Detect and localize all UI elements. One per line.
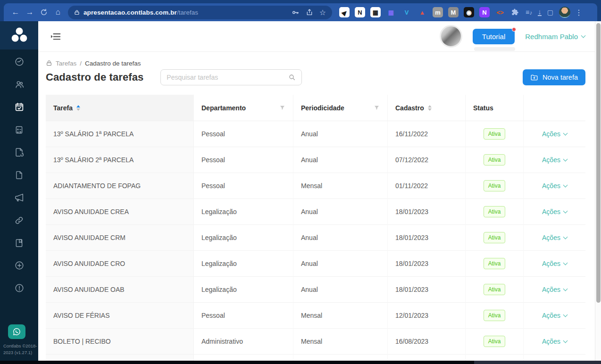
column-header-tarefa[interactable]: Tarefa bbox=[46, 95, 194, 121]
user-dropdown[interactable]: Redhmam Pablo bbox=[525, 33, 585, 41]
chevron-down-icon bbox=[563, 208, 568, 213]
address-bar[interactable]: apresentacao.contlabs.com.br/tarefas ☆ bbox=[68, 6, 332, 19]
tutorial-progress-bar bbox=[474, 47, 515, 51]
cell-status: Ativa bbox=[466, 251, 524, 277]
download-icon[interactable]: ↓ bbox=[538, 8, 542, 16]
grid-extension-icon[interactable]: ▦ bbox=[386, 7, 396, 17]
vimeo-extension-icon[interactable]: V bbox=[401, 7, 412, 17]
sidebar-item-files[interactable] bbox=[0, 164, 38, 186]
calculator-icon bbox=[14, 125, 24, 135]
browser-menu-icon[interactable]: ⋮ bbox=[575, 8, 583, 17]
sidebar-item-add[interactable] bbox=[0, 254, 38, 277]
actions-dropdown[interactable]: Ações bbox=[542, 156, 567, 164]
cell-cadastro: 16/11/2022 bbox=[388, 121, 466, 147]
cell-actions: Ações bbox=[524, 277, 585, 303]
sidebar-item-calculator[interactable] bbox=[0, 118, 38, 141]
browser-back-icon[interactable]: ← bbox=[8, 5, 23, 19]
actions-dropdown[interactable]: Ações bbox=[542, 286, 567, 293]
cell-status: Ativa bbox=[466, 147, 524, 173]
notion-extension-icon[interactable]: N bbox=[355, 7, 365, 17]
megaphone-icon bbox=[14, 192, 25, 203]
table-row: ADIANTAMENTO DE FOPAG Pessoal Mensal 01/… bbox=[46, 173, 585, 199]
actions-dropdown[interactable]: Ações bbox=[542, 260, 567, 267]
actions-dropdown[interactable]: Ações bbox=[542, 312, 567, 319]
password-key-icon[interactable] bbox=[292, 8, 300, 17]
filter-icon[interactable] bbox=[374, 105, 380, 111]
status-badge: Ativa bbox=[484, 180, 506, 191]
cell-periodicidade: Anual bbox=[293, 225, 388, 251]
menu-unfold-icon[interactable] bbox=[51, 33, 61, 41]
filter-icon[interactable] bbox=[279, 105, 285, 111]
chevron-down-icon bbox=[563, 286, 568, 291]
cell-departamento: Administrativo bbox=[194, 329, 293, 355]
file-icon bbox=[14, 170, 24, 180]
column-header-cadastro[interactable]: Cadastro bbox=[388, 95, 466, 121]
cell-tarefa: AVISO DE FÉRIAS bbox=[46, 303, 194, 329]
vertical-scrollbar[interactable] bbox=[595, 21, 601, 361]
plus-circle-icon bbox=[14, 260, 25, 271]
scrollbar-thumb[interactable] bbox=[596, 23, 601, 303]
sidebar-item-documents-sync[interactable] bbox=[0, 141, 38, 164]
puzzle-extensions-icon[interactable] bbox=[511, 8, 520, 17]
search-input[interactable] bbox=[167, 74, 288, 81]
axiom-extension-icon[interactable]: N bbox=[479, 7, 490, 17]
sidebar-item-dashboard[interactable] bbox=[0, 50, 38, 73]
cell-actions: Ações bbox=[524, 199, 585, 225]
bookmark-star-icon[interactable]: ☆ bbox=[319, 8, 326, 17]
browser-forward-icon[interactable]: → bbox=[23, 5, 37, 19]
tutorial-button[interactable]: Tutorial bbox=[473, 29, 515, 44]
actions-dropdown[interactable]: Ações bbox=[542, 338, 567, 345]
contlabs-logo[interactable] bbox=[0, 21, 38, 50]
m-extension-icon[interactable]: M bbox=[448, 7, 459, 17]
cell-departamento: Pessoal bbox=[194, 147, 293, 173]
sidebar-item-alerts[interactable] bbox=[0, 277, 38, 299]
column-header-periodicidade[interactable]: Periodicidade bbox=[293, 95, 388, 121]
cell-cadastro: 18/01/2023 bbox=[388, 277, 466, 303]
search-box[interactable] bbox=[160, 69, 302, 85]
new-task-button[interactable]: Nova tarefa bbox=[523, 69, 585, 85]
table-header: Tarefa Departamento Periodicidade Cadast… bbox=[46, 95, 585, 121]
side-panel-icon[interactable]: ▢ bbox=[547, 8, 553, 16]
sidebar-item-announcements[interactable] bbox=[0, 186, 38, 209]
browser-reload-icon[interactable] bbox=[37, 5, 51, 19]
browser-profile-avatar[interactable] bbox=[559, 7, 570, 18]
whatsapp-button[interactable] bbox=[8, 324, 25, 339]
browser-window-frame: ← → ⌂ apresentacao.contlabs.com.br/taref… bbox=[0, 0, 601, 21]
sidebar-item-links[interactable] bbox=[0, 209, 38, 232]
cell-tarefa: BOLETO | RECIBO bbox=[46, 329, 194, 355]
sidebar-item-clients[interactable] bbox=[0, 73, 38, 96]
sidebar: Contlabs ©2018-2023 (v1.27.1) bbox=[0, 21, 38, 361]
status-badge: Ativa bbox=[484, 154, 506, 165]
chevron-down-icon bbox=[563, 157, 568, 161]
app-version-text: Contlabs ©2018-2023 (v1.27.1) bbox=[3, 343, 38, 356]
mastodon-extension-icon[interactable]: m bbox=[433, 7, 443, 17]
dark-emblem-extension-icon[interactable]: ◉ bbox=[464, 7, 474, 17]
code-tags-extension-icon[interactable]: <> bbox=[495, 7, 505, 17]
cell-departamento: Pessoal bbox=[194, 173, 293, 199]
actions-dropdown[interactable]: Ações bbox=[542, 234, 567, 241]
breadcrumb-root[interactable]: Tarefas bbox=[56, 60, 76, 67]
qr-scanner-extension-icon[interactable]: ▦ bbox=[370, 7, 381, 17]
sidebar-footer: Contlabs ©2018-2023 (v1.27.1) bbox=[0, 324, 38, 361]
tasks-table: Tarefa Departamento Periodicidade Cadast… bbox=[46, 95, 585, 361]
column-header-departamento[interactable]: Departamento bbox=[194, 95, 293, 121]
actions-dropdown[interactable]: Ações bbox=[542, 208, 567, 215]
sidebar-item-library[interactable] bbox=[0, 232, 38, 254]
actions-dropdown[interactable]: Ações bbox=[542, 130, 567, 138]
cell-actions: Ações bbox=[524, 173, 585, 199]
user-avatar[interactable] bbox=[440, 25, 462, 48]
search-icon[interactable] bbox=[288, 74, 296, 81]
table-row: BOLETO | RECIBO Administrativo Mensal 16… bbox=[46, 329, 585, 355]
browser-home-icon[interactable]: ⌂ bbox=[51, 5, 65, 19]
lighthouse-extension-icon[interactable]: ▲ bbox=[417, 7, 427, 17]
share-icon[interactable] bbox=[306, 8, 313, 16]
cell-periodicidade: Anual bbox=[293, 251, 388, 277]
column-header-actions bbox=[524, 95, 585, 121]
cell-cadastro: 12/01/2023 bbox=[388, 303, 466, 329]
sidebar-item-tarefas[interactable] bbox=[0, 96, 38, 118]
actions-dropdown[interactable]: Ações bbox=[542, 182, 567, 190]
content-area: Tarefas / Cadastro de tarefas Cadastro d… bbox=[38, 52, 601, 361]
playlist-icon[interactable]: ≡♪ bbox=[526, 8, 532, 16]
folder-add-icon bbox=[530, 74, 538, 82]
paper-plane-extension-icon[interactable]: ▶ bbox=[339, 7, 350, 17]
